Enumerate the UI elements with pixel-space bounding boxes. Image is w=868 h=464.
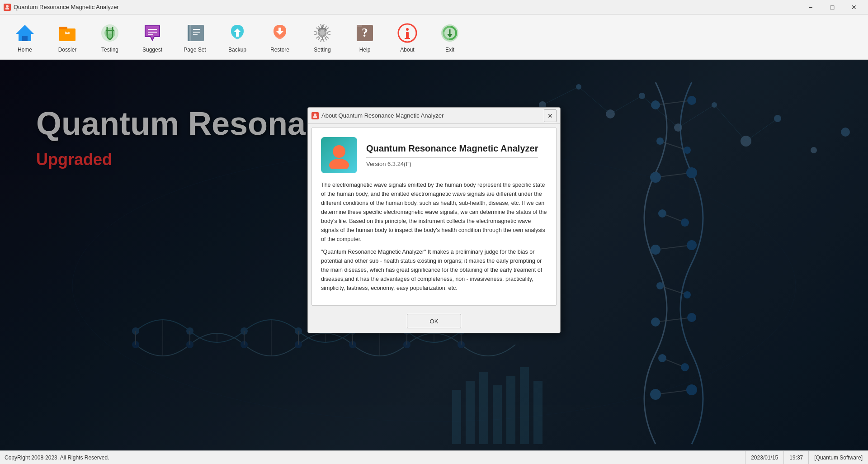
maximize-button[interactable]: □	[822, 0, 843, 14]
about-label: About	[400, 47, 414, 53]
main-background: Quantum Resona Upgraded About Quantum Re…	[0, 60, 868, 450]
toolbar-item-dossier[interactable]: Dossier	[47, 17, 88, 57]
dialog-close-button[interactable]: ✕	[544, 109, 557, 122]
restore-icon	[268, 21, 292, 45]
svg-point-11	[108, 33, 112, 38]
dialog-header-section: Quantum Resonance Magnetic Analyzer Vers…	[321, 137, 547, 173]
dossier-icon	[56, 21, 79, 45]
title-bar-text: Quantum Resonance Magnetic Analyzer	[14, 4, 119, 10]
svg-rect-31	[406, 32, 409, 38]
toolbar-item-home[interactable]: Home	[5, 17, 45, 57]
exit-label: Exit	[445, 47, 454, 53]
svg-rect-3	[22, 36, 28, 41]
pageset-label: Page Set	[184, 47, 206, 53]
svg-point-30	[406, 28, 409, 31]
about-icon	[396, 21, 419, 45]
home-icon	[13, 21, 37, 45]
status-right: 2023/01/15 19:37 [Quantum Software]	[745, 451, 868, 464]
toolbar: Home Dossier Testing	[0, 14, 868, 60]
window-controls: − □ ✕	[800, 0, 864, 14]
suggest-icon	[141, 21, 164, 45]
minimize-button[interactable]: −	[800, 0, 821, 14]
toolbar-item-pageset[interactable]: Page Set	[175, 17, 215, 57]
toolbar-item-about[interactable]: About	[387, 17, 428, 57]
pageset-icon	[183, 21, 207, 45]
testing-icon	[98, 21, 122, 45]
modal-overlay: About Quantum Resonance Magnetic Analyze…	[0, 60, 868, 450]
help-icon: ?	[353, 21, 377, 45]
dialog-description-1: The electromagnetic wave signals emitted…	[321, 180, 547, 244]
toolbar-item-testing[interactable]: Testing	[90, 17, 130, 57]
backup-icon	[226, 21, 249, 45]
dialog-description-2: "Quantum Resonance Magnetic Analyzer" It…	[321, 247, 547, 293]
dialog-title-text: About Quantum Resonance Magnetic Analyze…	[321, 112, 443, 119]
version-divider	[366, 157, 538, 158]
ok-button[interactable]: OK	[407, 314, 461, 328]
exit-icon	[438, 21, 462, 45]
home-label: Home	[18, 47, 32, 53]
svg-point-8	[65, 34, 70, 38]
svg-point-117	[314, 114, 316, 116]
dialog-description: The electromagnetic wave signals emitted…	[321, 180, 547, 293]
svg-rect-118	[313, 116, 317, 118]
svg-text:?: ?	[362, 25, 368, 39]
svg-point-25	[320, 30, 325, 36]
status-time: 19:37	[783, 451, 808, 464]
restore-label: Restore	[270, 47, 289, 53]
svg-point-7	[66, 30, 69, 33]
setting-label: Setting	[314, 47, 330, 53]
about-dialog: About Quantum Resonance Magnetic Analyze…	[307, 107, 561, 333]
dialog-version: Version 6.3.24(F)	[366, 161, 538, 167]
dialog-title-bar: About Quantum Resonance Magnetic Analyze…	[308, 108, 560, 124]
svg-point-120	[329, 159, 349, 169]
toolbar-item-setting[interactable]: Setting	[302, 17, 343, 57]
testing-label: Testing	[101, 47, 118, 53]
status-copyright: CopyRight 2008-2023, All Rights Reserved…	[0, 455, 745, 461]
help-label: Help	[359, 47, 371, 53]
title-bar: Quantum Resonance Magnetic Analyzer − □ …	[0, 0, 868, 14]
svg-rect-28	[357, 25, 362, 27]
toolbar-item-exit[interactable]: Exit	[429, 17, 470, 57]
svg-rect-17	[191, 25, 204, 41]
status-software: [Quantum Software]	[808, 451, 868, 464]
toolbar-item-backup[interactable]: Backup	[217, 17, 258, 57]
dialog-title-left: About Quantum Resonance Magnetic Analyze…	[311, 112, 443, 119]
suggest-label: Suggest	[142, 47, 162, 53]
dialog-footer: OK	[308, 309, 560, 333]
svg-rect-5	[59, 27, 67, 29]
dialog-app-name: Quantum Resonance Magnetic Analyzer	[366, 143, 538, 154]
setting-icon	[311, 21, 334, 45]
title-bar-left: Quantum Resonance Magnetic Analyzer	[4, 4, 119, 11]
status-bar: CopyRight 2008-2023, All Rights Reserved…	[0, 450, 868, 464]
svg-rect-1	[5, 8, 9, 9]
dossier-label: Dossier	[58, 47, 77, 53]
dialog-app-info: Quantum Resonance Magnetic Analyzer Vers…	[366, 143, 538, 167]
backup-label: Backup	[228, 47, 246, 53]
toolbar-item-suggest[interactable]: Suggest	[132, 17, 173, 57]
toolbar-item-help[interactable]: ? Help	[344, 17, 385, 57]
svg-point-119	[333, 145, 345, 158]
toolbar-item-restore[interactable]: Restore	[259, 17, 300, 57]
dialog-body: Quantum Resonance Magnetic Analyzer Vers…	[311, 128, 557, 306]
dialog-app-icon-large	[321, 137, 357, 173]
app-icon	[4, 4, 11, 11]
status-date: 2023/01/15	[745, 451, 783, 464]
window-close-button[interactable]: ✕	[844, 0, 864, 14]
dialog-app-icon	[311, 112, 319, 119]
svg-point-0	[6, 5, 9, 8]
